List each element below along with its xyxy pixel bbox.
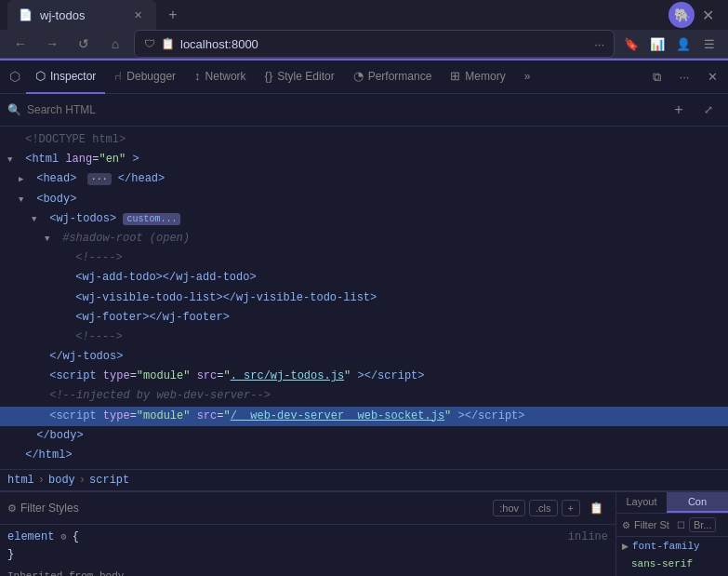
filter-styles-label: Filter Styles bbox=[20, 502, 489, 515]
styles-content: element ⚙ { inline } Inherited from body… bbox=[0, 525, 615, 576]
src-attr1: src bbox=[197, 369, 218, 382]
element-rule: element ⚙ { inline bbox=[7, 529, 608, 546]
head-tag: <head> bbox=[36, 172, 76, 185]
html-add-node-button[interactable]: + bbox=[667, 98, 691, 122]
html-line-shadow-root[interactable]: #shadow-root (open) bbox=[0, 229, 728, 248]
br-button[interactable]: Br... bbox=[689, 517, 717, 532]
new-tab-button[interactable]: + bbox=[160, 2, 186, 28]
lock-icon: 📋 bbox=[161, 37, 175, 50]
font-family-row[interactable]: ▶ font-family bbox=[616, 537, 728, 556]
inline-source: inline bbox=[568, 529, 608, 546]
body-triangle[interactable] bbox=[19, 191, 30, 208]
html-triangle[interactable] bbox=[7, 151, 19, 168]
shadow-root-triangle[interactable] bbox=[45, 230, 56, 248]
tab-bar: 📄 wj-todos ✕ + 🐘 ✕ bbox=[0, 0, 728, 30]
styles-panel: ⚙ Filter Styles :hov .cls + 📋 element ⚙ bbox=[0, 492, 616, 576]
font-family-triangle: ▶ bbox=[622, 542, 629, 551]
html-line-wj-footer[interactable]: <wj-footer></wj-footer> bbox=[0, 308, 728, 328]
html-line-script1[interactable]: <script type="module" src="._src/wj-todo… bbox=[0, 367, 728, 386]
url-bar[interactable]: 🛡 📋 localhost:8000 ··· bbox=[134, 30, 615, 58]
tab-close-button[interactable]: ✕ bbox=[130, 7, 145, 22]
html-line-wj-todos[interactable]: <wj-todos> custom... bbox=[0, 209, 728, 229]
window-close-button[interactable]: ✕ bbox=[695, 2, 721, 28]
devtools-tab-style-editor[interactable]: {} Style Editor bbox=[256, 60, 344, 94]
right-panel-tabs: Layout Con bbox=[616, 492, 728, 514]
inspector-icon: ⬡ bbox=[35, 69, 46, 83]
html-line-script2[interactable]: <script type="module" src="/__web-dev-se… bbox=[0, 407, 728, 426]
head-ellipsis-badge: ··· bbox=[87, 173, 112, 185]
gear-icon[interactable]: ⚙ bbox=[61, 532, 73, 543]
wj-add-todo-tag: <wj-add-todo></wj-add-todo> bbox=[75, 271, 256, 284]
breadcrumb-body[interactable]: body bbox=[48, 474, 75, 487]
url-more-icon: ··· bbox=[594, 37, 604, 51]
html-line-body-close[interactable]: </body> bbox=[0, 426, 728, 446]
checkbox-icon: ☐ bbox=[677, 520, 685, 530]
html-line-doctype[interactable]: <!DOCTYPE html> bbox=[0, 130, 728, 150]
back-button[interactable]: ← bbox=[7, 31, 33, 57]
html-line-wj-add-todo[interactable]: <wj-add-todo></wj-add-todo> bbox=[0, 268, 728, 288]
search-icon: 🔍 bbox=[7, 103, 21, 116]
reload-button[interactable]: ↺ bbox=[71, 31, 97, 57]
html-pick-element-button[interactable]: ⤢ bbox=[696, 98, 721, 122]
history-icon[interactable]: 📊 bbox=[646, 33, 668, 55]
html-panel: 🔍 + ⤢ <!DOCTYPE html> <html bbox=[0, 94, 728, 576]
devtools-tab-network[interactable]: ↕ Network bbox=[185, 60, 256, 94]
home-button[interactable]: ⌂ bbox=[102, 31, 128, 57]
hamburger-menu[interactable]: ☰ bbox=[698, 33, 721, 55]
layout-tab[interactable]: Layout bbox=[616, 492, 667, 513]
head-close-tag: </head> bbox=[118, 172, 165, 185]
url-input[interactable]: localhost:8000 bbox=[180, 37, 589, 51]
font-family-label: font-family bbox=[632, 541, 700, 552]
cls-button[interactable]: .cls bbox=[529, 500, 558, 516]
doctype-text: <!DOCTYPE html> bbox=[25, 133, 126, 146]
add-rule-button[interactable]: + bbox=[562, 500, 580, 516]
inspector-tab-label: Inspector bbox=[50, 70, 96, 83]
wj-todos-triangle[interactable] bbox=[32, 210, 43, 228]
devtools-tab-performance[interactable]: ◔ Performance bbox=[344, 60, 442, 94]
devtools-inspect-icon[interactable]: ⬡ bbox=[4, 60, 26, 94]
network-tab-label: Network bbox=[205, 70, 246, 83]
bookmarks-icon[interactable]: 🔖 bbox=[620, 33, 642, 55]
devtools-main: 🔍 + ⤢ <!DOCTYPE html> <html bbox=[0, 94, 728, 576]
wj-footer-tag: <wj-footer></wj-footer> bbox=[75, 311, 230, 324]
html-search-bar: 🔍 + ⤢ bbox=[0, 94, 728, 127]
src-val1: "._src/wj-todos.js" bbox=[223, 369, 351, 382]
con-tab[interactable]: Con bbox=[667, 492, 728, 513]
profile-icon[interactable]: 👤 bbox=[672, 33, 695, 55]
devtools-dock-button[interactable]: ⧉ bbox=[644, 65, 668, 89]
html-line-head[interactable]: <head> ··· </head> bbox=[0, 169, 728, 189]
html-line-comment1[interactable]: <!----> bbox=[0, 248, 728, 268]
html-line-html-open[interactable]: <html lang="en" > bbox=[0, 150, 728, 169]
html-line-wj-visible[interactable]: <wj-visible-todo-list></wj-visible-todo-… bbox=[0, 288, 728, 308]
devtools-close-button[interactable]: ✕ bbox=[700, 65, 724, 89]
comment2-text: <!----> bbox=[75, 330, 122, 343]
tab-favicon: 📄 bbox=[19, 8, 33, 21]
devtools-toolbar-right: ⧉ ··· ✕ bbox=[644, 65, 724, 89]
font-value: sans-serif bbox=[616, 558, 693, 569]
html-line-comment3[interactable]: <!--injected by web-dev-server--> bbox=[0, 386, 728, 406]
more-tabs-label: » bbox=[524, 70, 531, 83]
breadcrumb-script[interactable]: script bbox=[89, 474, 129, 487]
copy-styles-button[interactable]: 📋 bbox=[584, 496, 608, 520]
hov-button[interactable]: :hov bbox=[493, 500, 525, 516]
html-line-wj-todos-close[interactable]: </wj-todos> bbox=[0, 347, 728, 367]
devtools-tab-more[interactable]: » bbox=[515, 60, 540, 94]
browser-tab-active[interactable]: 📄 wj-todos ✕ bbox=[7, 0, 156, 30]
script1-tag: <script bbox=[49, 369, 103, 382]
devtools-tab-debugger[interactable]: ⑁ Debugger bbox=[105, 60, 185, 94]
html-line-html-close[interactable]: </html> bbox=[0, 446, 728, 465]
html-search-input[interactable] bbox=[27, 103, 661, 116]
head-triangle[interactable] bbox=[19, 170, 30, 188]
breadcrumb-html[interactable]: html bbox=[7, 474, 34, 487]
html-close-tag: </html> bbox=[25, 449, 72, 462]
tab-bar-right: 🐘 ✕ bbox=[668, 2, 721, 28]
devtools-options-button[interactable]: ··· bbox=[672, 65, 696, 89]
html-line-body-open[interactable]: <body> bbox=[0, 190, 728, 209]
html-line-comment2[interactable]: <!----> bbox=[0, 328, 728, 347]
shadow-root-text: #shadow-root (open) bbox=[62, 232, 190, 245]
devtools-tab-memory[interactable]: ⊞ Memory bbox=[441, 60, 514, 94]
devtools-tab-inspector[interactable]: ⬡ Inspector bbox=[26, 60, 105, 94]
inspect-element-icon: ⬡ bbox=[9, 69, 20, 84]
forward-button[interactable]: → bbox=[39, 31, 65, 57]
element-close: } bbox=[7, 546, 608, 564]
